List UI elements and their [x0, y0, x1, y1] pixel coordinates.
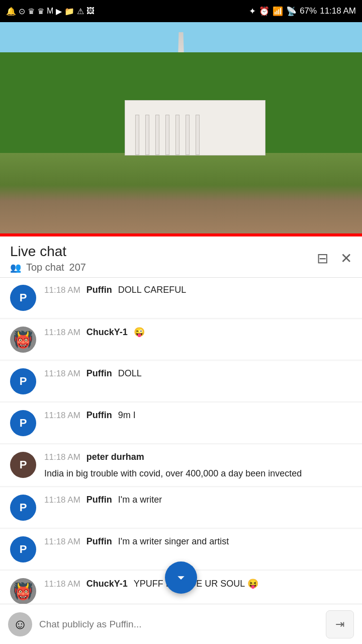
- chat-header-left: Live chat 👥 Top chat 207: [10, 244, 86, 273]
- bluetooth-icon: ✦: [249, 6, 256, 17]
- message-username: ChuckY-1: [86, 579, 128, 589]
- white-house: [125, 100, 265, 155]
- message-meta: 11:18 AM peter durham India in big troub…: [44, 452, 352, 479]
- message-text: I'm a writer singer and artist: [118, 536, 229, 547]
- avatar: 👹: [10, 578, 36, 604]
- message-content: 11:18 AM Puffin DOLL: [44, 368, 352, 379]
- message-meta: 11:18 AM Puffin DOLL CAREFUL: [44, 285, 352, 295]
- avatar: P: [10, 410, 36, 436]
- message-username: ChuckY-1: [86, 327, 128, 338]
- people-icon: 👥: [10, 262, 21, 273]
- chat-header: Live chat 👥 Top chat 207 ⊟ ✕: [0, 236, 362, 278]
- message-meta: 11:18 AM Puffin I'm a writer: [44, 495, 352, 505]
- viewer-count: 207: [69, 262, 86, 273]
- message-username: Puffin: [86, 410, 112, 421]
- message-username: Puffin: [86, 285, 112, 295]
- close-icon[interactable]: ✕: [340, 250, 352, 267]
- message-text: India in big trouble with covid, over 40…: [44, 468, 302, 479]
- message-content: 11:18 AM peter durham India in big troub…: [44, 452, 352, 479]
- emoji-button[interactable]: ☺: [8, 612, 32, 636]
- wifi-icon: 📶: [273, 6, 283, 17]
- message-content: 11:18 AM Puffin 9m I: [44, 410, 352, 421]
- notification-icon: 🔔: [6, 7, 16, 16]
- message-time: 11:18 AM: [44, 411, 80, 421]
- chat-message: P 11:18 AM Puffin DOLL: [0, 361, 362, 402]
- chat-header-right: ⊟ ✕: [317, 250, 352, 267]
- battery-label: 67%: [300, 6, 317, 16]
- chat-panel: Live chat 👥 Top chat 207 ⊟ ✕ P 11:18 AM …: [0, 236, 362, 612]
- message-username: Puffin: [86, 495, 112, 505]
- message-text: 😜: [134, 327, 145, 338]
- message-text: I'm a writer: [118, 495, 162, 505]
- message-meta: 11:18 AM Puffin I'm a writer singer and …: [44, 536, 352, 547]
- image-icon: 🖼: [86, 7, 95, 16]
- avatar: P: [10, 452, 36, 478]
- message-meta: 11:18 AM Puffin DOLL: [44, 368, 352, 379]
- status-icons-left: 🔔 ⊙ ♛ ♛ M ▶ 📁 ⚠ 🖼: [6, 7, 95, 16]
- live-chat-title: Live chat: [10, 244, 86, 260]
- status-icons-right: ✦ ⏰ 📶 📡 67% 11:18 AM: [249, 6, 356, 17]
- message-time: 11:18 AM: [44, 285, 80, 295]
- video-ground: [0, 153, 362, 233]
- send-button[interactable]: ⇥: [326, 610, 354, 638]
- message-username: peter durham: [86, 452, 144, 462]
- message-time: 11:18 AM: [44, 537, 80, 547]
- top-chat-label: Top chat: [26, 262, 64, 273]
- wh-columns: [135, 115, 255, 155]
- youtube-icon: ▶: [56, 7, 62, 16]
- messenger-icon: M: [47, 7, 53, 16]
- chat-message: P 11:18 AM peter durham India in big tro…: [0, 445, 362, 487]
- chat-header-sub: 👥 Top chat 207: [10, 262, 86, 273]
- message-content: 11:18 AM ChuckY-1 😜: [44, 327, 352, 338]
- pokeball-icon: ⊙: [19, 7, 25, 16]
- message-time: 11:18 AM: [44, 495, 80, 505]
- avatar: P: [10, 368, 36, 394]
- files-icon: 📁: [64, 7, 74, 16]
- message-meta: 11:18 AM ChuckY-1 😜: [44, 327, 352, 338]
- time-label: 11:18 AM: [320, 6, 356, 16]
- message-meta: 11:18 AM Puffin 9m I: [44, 410, 352, 421]
- message-content: 11:18 AM Puffin DOLL CAREFUL: [44, 285, 352, 295]
- signal-icon: 📡: [286, 6, 297, 17]
- message-content: 11:18 AM Puffin I'm a writer: [44, 495, 352, 505]
- filter-icon[interactable]: ⊟: [317, 250, 328, 267]
- message-username: Puffin: [86, 536, 112, 547]
- message-meta: 11:18 AM ChuckY-1 YPUFF ILL HIDE UR SOUL…: [44, 578, 352, 589]
- chat-message: P 11:18 AM Puffin DOLL CAREFUL: [0, 278, 362, 318]
- message-time: 11:18 AM: [44, 369, 80, 379]
- message-time: 11:18 AM: [44, 579, 80, 589]
- scroll-to-bottom-button[interactable]: [165, 561, 197, 594]
- send-icon: ⇥: [335, 618, 344, 631]
- emoji-icon: ☺: [13, 616, 28, 632]
- crown2-icon: ♛: [37, 7, 44, 16]
- avatar: P: [10, 536, 36, 562]
- chat-message: P 11:18 AM Puffin 9m I: [0, 403, 362, 444]
- avatar: P: [10, 285, 36, 311]
- chat-input-bar: ☺ ⇥: [0, 604, 362, 644]
- video-player[interactable]: [0, 22, 362, 233]
- message-text: DOLL: [118, 368, 142, 379]
- crown-icon: ♛: [28, 7, 35, 16]
- chat-input-field[interactable]: [39, 612, 319, 636]
- alarm-icon: ⏰: [259, 6, 269, 17]
- chat-message: 👹 11:18 AM ChuckY-1 😜: [0, 319, 362, 360]
- message-time: 11:18 AM: [44, 452, 80, 462]
- chat-message: P 11:18 AM Puffin I'm a writer: [0, 488, 362, 528]
- message-text: 9m I: [118, 410, 136, 421]
- avatar: P: [10, 495, 36, 521]
- avatar: 👹: [10, 327, 36, 353]
- message-text: DOLL CAREFUL: [118, 285, 186, 295]
- message-time: 11:18 AM: [44, 328, 80, 338]
- status-bar: 🔔 ⊙ ♛ ♛ M ▶ 📁 ⚠ 🖼 ✦ ⏰ 📶 📡 67% 11:18 AM: [0, 0, 362, 22]
- message-username: Puffin: [86, 368, 112, 379]
- message-content: 11:18 AM ChuckY-1 YPUFF ILL HIDE UR SOUL…: [44, 578, 352, 589]
- warning-icon: ⚠: [77, 7, 84, 16]
- chevron-down-icon: [173, 570, 189, 586]
- message-content: 11:18 AM Puffin I'm a writer singer and …: [44, 536, 352, 547]
